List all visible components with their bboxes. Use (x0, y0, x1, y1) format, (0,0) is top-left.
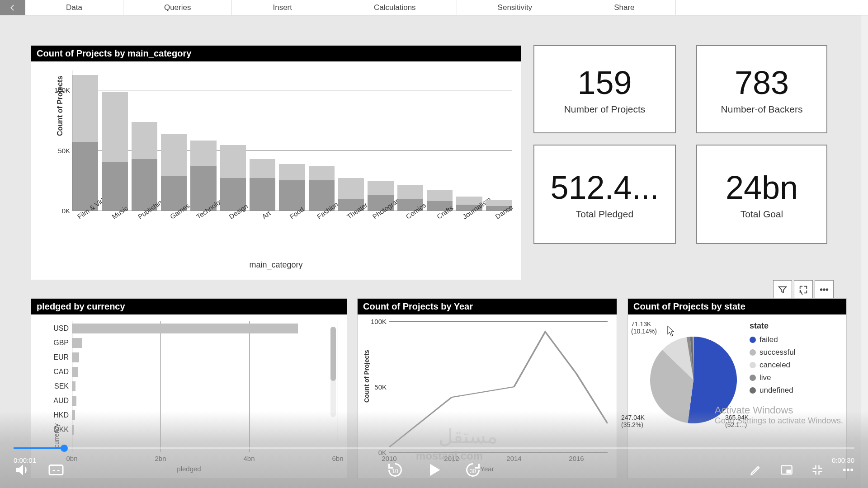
bar-segment-top (220, 145, 246, 178)
mostaql-arabic-watermark: مستقل (439, 425, 498, 448)
svg-point-7 (847, 469, 849, 471)
chart-projects-by-category[interactable]: Count of Projects by main_category Count… (31, 45, 521, 280)
hbar-row[interactable]: DKK (72, 422, 338, 437)
y-axis-label: Count of Projects (363, 350, 370, 403)
hbar-fill (72, 396, 76, 406)
hbar-row[interactable]: CAD (72, 365, 338, 379)
bar-column[interactable]: Art (250, 70, 275, 211)
legend-item-failed[interactable]: failed (750, 335, 795, 344)
skip-back-amount: 10 (392, 468, 398, 474)
bar-column[interactable]: Food (279, 70, 305, 211)
hbar-label: HKD (47, 411, 69, 419)
play-button[interactable] (426, 462, 442, 478)
play-icon (426, 462, 442, 478)
card-total-goal[interactable]: 24bn Total Goal (696, 145, 827, 244)
progress-handle[interactable] (61, 445, 68, 452)
y-tick: 50K (58, 146, 70, 154)
hbar-fill (72, 367, 78, 377)
tab-queries[interactable]: Queries (123, 0, 232, 15)
y-tick: 100K (368, 318, 387, 325)
captions-button[interactable] (48, 462, 64, 478)
fullscreen-exit-icon (811, 464, 824, 476)
miniplayer-icon (780, 464, 793, 476)
volume-button[interactable] (14, 462, 30, 478)
hbar-row[interactable]: GBP (72, 336, 338, 350)
hbar-label: AUD (47, 397, 69, 405)
legend-item-live[interactable]: live (750, 373, 795, 382)
hbar-row[interactable]: AUD (72, 394, 338, 408)
x-tick: 2014 (506, 455, 521, 462)
skip-forward-button[interactable]: 30 (465, 462, 481, 478)
hbar-row[interactable]: EUR (72, 350, 338, 365)
hbar-row[interactable]: HKD (72, 408, 338, 422)
bar-segment-top (190, 141, 216, 166)
vertical-scrollbar[interactable] (861, 15, 868, 488)
bar-column[interactable]: Film & Video (72, 70, 98, 211)
line-path (389, 321, 608, 452)
back-button[interactable] (0, 0, 25, 15)
more-options-button[interactable] (815, 280, 834, 299)
card-label: Number of Projects (564, 104, 646, 115)
bar-column[interactable]: Theater (338, 70, 364, 211)
card-number-of-backers[interactable]: 783 Number-of Backers (696, 45, 827, 133)
bar-column[interactable]: Fashion (309, 70, 335, 211)
chart-pledged-by-currency[interactable]: pledged by currency currency 0bn2bn4bn6b… (31, 298, 347, 479)
card-total-pledged[interactable]: 512.4... Total Pledged (533, 145, 676, 244)
chart-projects-by-state[interactable]: Count of Projects by state 71.13K (10.14… (627, 298, 847, 479)
tab-sensitivity[interactable]: Sensitivity (457, 0, 574, 15)
bar-column[interactable]: Photography (368, 70, 393, 211)
bar-plot-area: 0K 50K 100K Film & VideoMusicPublishingG… (72, 70, 512, 211)
bar-column[interactable]: Comics (397, 70, 423, 211)
hbar-fill (72, 324, 298, 333)
hbar-plot-area: 0bn2bn4bn6bnUSDGBPEURCADSEKAUDHKDDKK (72, 321, 338, 452)
video-progress-bar[interactable] (14, 447, 854, 449)
bar-segment-bottom (72, 142, 98, 211)
legend-item-undefined[interactable]: undefined (750, 386, 795, 395)
legend-item-canceled[interactable]: canceled (750, 361, 795, 370)
pencil-icon (750, 464, 762, 476)
legend-dot (750, 387, 756, 394)
hbar-fill (72, 338, 82, 348)
hbar-row[interactable]: SEK (72, 379, 338, 394)
video-more-button[interactable] (842, 464, 854, 476)
back-arrow-icon (9, 4, 17, 12)
bar-column[interactable]: Publishing (132, 70, 157, 211)
mostaql-logo-watermark: mostaql.com (416, 450, 483, 462)
tab-data[interactable]: Data (25, 0, 123, 15)
legend-dot (750, 349, 756, 356)
hbar-fill (72, 410, 75, 420)
card-value: 512.4... (550, 169, 659, 206)
focus-mode-button[interactable] (794, 280, 813, 299)
tab-insert[interactable]: Insert (232, 0, 333, 15)
y-tick: 100K (54, 86, 70, 94)
bar-column[interactable]: Dance (486, 70, 512, 211)
legend-item-successful[interactable]: successful (750, 348, 795, 357)
bar-column[interactable]: Design (220, 70, 246, 211)
bar-column[interactable]: Music (102, 70, 127, 211)
card-number-of-projects[interactable]: 159 Number of Projects (533, 45, 676, 133)
x-tick: 2010 (382, 455, 396, 462)
bar-segment-top (161, 134, 187, 176)
chart-title: Count of Projects by main_category (31, 46, 521, 61)
bar-column[interactable]: Technology (190, 70, 216, 211)
skip-back-button[interactable]: 10 (387, 462, 403, 478)
bar-column[interactable]: Crafts (427, 70, 453, 211)
hbar-row[interactable]: USD (72, 321, 338, 336)
svg-point-8 (851, 469, 853, 471)
x-tick: 6bn (332, 455, 343, 462)
fullscreen-exit-button[interactable] (811, 464, 824, 476)
svg-point-1 (823, 289, 825, 291)
legend-dot (750, 375, 756, 381)
miniplayer-button[interactable] (780, 464, 793, 476)
tab-calculations[interactable]: Calculations (333, 0, 457, 15)
bar-column[interactable]: Games (161, 70, 187, 211)
card-label: Number-of Backers (721, 104, 803, 115)
x-tick: 2bn (155, 455, 166, 462)
bar-segment-top (72, 75, 98, 141)
chart-projects-by-year[interactable]: Count of Projects by Year Count of Proje… (357, 298, 617, 479)
filter-button[interactable] (773, 280, 792, 299)
bar-column[interactable]: Journalism (456, 70, 482, 211)
edit-button[interactable] (750, 464, 762, 476)
bar-segment-top (132, 122, 157, 160)
tab-share[interactable]: Share (573, 0, 675, 15)
